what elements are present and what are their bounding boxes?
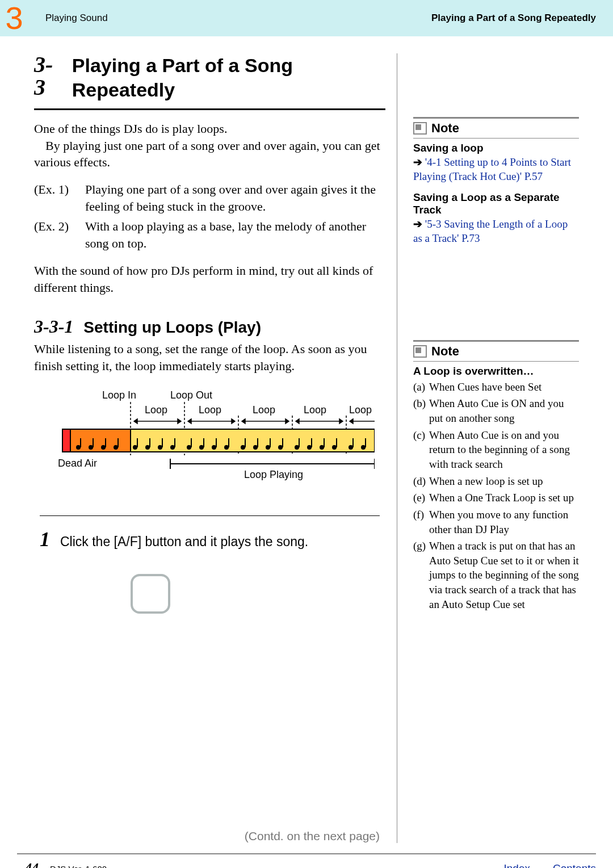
list-a-label: (a) xyxy=(413,380,429,395)
note-label: Note xyxy=(431,344,459,359)
svg-point-52 xyxy=(278,445,283,450)
chapter-number: 3 xyxy=(0,2,28,34)
note-subhead-saving-separate: Saving a Loop as a Separate Track xyxy=(413,191,579,216)
svg-rect-37 xyxy=(174,438,175,447)
svg-marker-13 xyxy=(285,419,289,423)
header-section-name: Playing Sound xyxy=(45,12,431,24)
svg-point-38 xyxy=(187,445,191,450)
svg-rect-29 xyxy=(117,438,119,447)
list-a-text: When Cues have been Set xyxy=(429,380,541,395)
list-f-text: When you move to any function other than… xyxy=(429,508,579,536)
svg-point-42 xyxy=(212,445,216,450)
list-b-text: When Auto Cue is ON and you put on anoth… xyxy=(429,396,579,425)
note-subhead-overwritten: A Loop is overwritten… xyxy=(413,365,579,378)
note-link-1[interactable]: ➔ '4-1 Setting up to 4 Points to Start P… xyxy=(413,156,579,183)
note-subhead-saving-loop: Saving a loop xyxy=(413,142,579,154)
svg-rect-51 xyxy=(270,438,271,447)
svg-rect-63 xyxy=(352,438,354,447)
svg-point-40 xyxy=(199,445,204,450)
list-b-label: (b) xyxy=(413,396,429,425)
list-f-label: (f) xyxy=(413,508,429,536)
svg-rect-39 xyxy=(191,438,192,447)
outro-paragraph: With the sound of how pro DJs perform in… xyxy=(34,262,385,296)
svg-point-46 xyxy=(241,445,245,450)
svg-rect-49 xyxy=(257,438,258,447)
svg-rect-55 xyxy=(299,438,300,447)
note-loop-overwritten: Note A Loop is overwritten… (a)When Cues… xyxy=(413,340,579,612)
continued-text: (Contd. on the next page) xyxy=(34,829,385,843)
list-d-text: When a new loop is set up xyxy=(429,474,543,489)
svg-rect-21 xyxy=(62,429,70,452)
svg-marker-15 xyxy=(296,419,299,423)
list-c-text: When Auto Cue is on and you return to th… xyxy=(429,428,579,472)
diagram-dead-air-label: Dead Air xyxy=(58,458,97,469)
note-overwritten-list: (a)When Cues have been Set (b)When Auto … xyxy=(413,380,579,612)
loop-diagram: Loop In Loop Out Loop Loop Loop Loop Loo… xyxy=(34,389,385,494)
svg-marker-10 xyxy=(232,419,235,423)
note-link-2[interactable]: ➔ '5-3 Saving the Length of a Loop as a … xyxy=(413,217,579,245)
svg-rect-45 xyxy=(228,438,229,447)
svg-point-54 xyxy=(295,445,299,450)
svg-marker-16 xyxy=(339,419,343,423)
svg-marker-7 xyxy=(178,419,181,423)
main-column: 3-3 Playing a Part of a Song Repeatedly … xyxy=(34,53,397,843)
note-icon xyxy=(413,345,427,358)
play-button-illustration xyxy=(131,574,170,614)
svg-marker-6 xyxy=(134,419,137,423)
diagram-loop-in-label: Loop In xyxy=(102,389,136,401)
diagram-loop-label-3: Loop xyxy=(253,404,275,416)
svg-rect-41 xyxy=(203,438,204,447)
svg-rect-20 xyxy=(62,429,131,452)
note-saving-loop: Note Saving a loop ➔ '4-1 Setting up to … xyxy=(413,117,579,246)
diagram-loop-label-1: Loop xyxy=(145,404,167,416)
diagram-loop-label-2: Loop xyxy=(199,404,221,416)
diagram-loop-out-label: Loop Out xyxy=(170,389,212,401)
contents-link[interactable]: Contents xyxy=(553,862,596,868)
index-link[interactable]: Index xyxy=(503,862,530,868)
intro-paragraph: One of the things DJs do is play loops. … xyxy=(34,120,385,171)
note-link-1-text: '4-1 Setting up to 4 Points to Start Pla… xyxy=(413,156,571,182)
svg-point-50 xyxy=(266,445,270,450)
svg-rect-23 xyxy=(80,438,81,447)
page-number: 44 xyxy=(25,860,39,868)
svg-point-58 xyxy=(320,445,324,450)
example-1-label: (Ex. 1) xyxy=(34,181,85,215)
svg-point-30 xyxy=(133,445,137,450)
page-footer: 44 DJS Ver. 1.600 Index Contents xyxy=(0,854,613,868)
svg-rect-33 xyxy=(149,438,150,447)
svg-point-56 xyxy=(307,445,312,450)
step-1-number: 1 xyxy=(40,527,50,551)
page-header: 3 Playing Sound Playing a Part of a Song… xyxy=(0,0,613,36)
step-1: 1 Click the [A/F] button and it plays th… xyxy=(34,527,385,551)
header-topic: Playing a Part of a Song Repeatedly xyxy=(431,12,596,24)
svg-rect-53 xyxy=(282,438,283,447)
subsection-text: While listening to a song, set the range… xyxy=(34,341,385,374)
svg-marker-9 xyxy=(188,419,191,423)
svg-rect-31 xyxy=(137,438,138,447)
svg-rect-61 xyxy=(336,438,337,447)
svg-point-26 xyxy=(101,445,106,450)
example-1-text: Playing one part of a song over and over… xyxy=(85,181,385,215)
step-1-text: Click the [A/F] button and it plays the … xyxy=(60,534,308,550)
svg-marker-18 xyxy=(350,419,353,423)
subsection-title: Setting up Loops (Play) xyxy=(83,318,261,337)
list-g-text: When a track is put on that has an Auto … xyxy=(429,539,579,611)
side-column: Note Saving a loop ➔ '4-1 Setting up to … xyxy=(397,53,579,843)
diagram-loop-label-4: Loop xyxy=(304,404,326,416)
svg-point-48 xyxy=(253,445,258,450)
intro-line-2: By playing just one part of a song over … xyxy=(34,137,385,171)
section-number: 3-3 xyxy=(34,53,63,99)
arrow-icon: ➔ xyxy=(413,218,422,230)
svg-point-32 xyxy=(145,445,150,450)
example-2-label: (Ex. 2) xyxy=(34,218,85,251)
list-d-label: (d) xyxy=(413,474,429,489)
svg-rect-65 xyxy=(365,438,366,447)
note-icon xyxy=(413,122,427,135)
diagram-loop-playing-label: Loop Playing xyxy=(244,469,303,480)
svg-point-44 xyxy=(224,445,229,450)
svg-point-62 xyxy=(349,445,353,450)
svg-rect-27 xyxy=(105,438,106,447)
version-text: DJS Ver. 1.600 xyxy=(50,864,481,868)
diagram-loop-label-5: Loop xyxy=(349,404,372,416)
svg-rect-59 xyxy=(324,438,325,447)
